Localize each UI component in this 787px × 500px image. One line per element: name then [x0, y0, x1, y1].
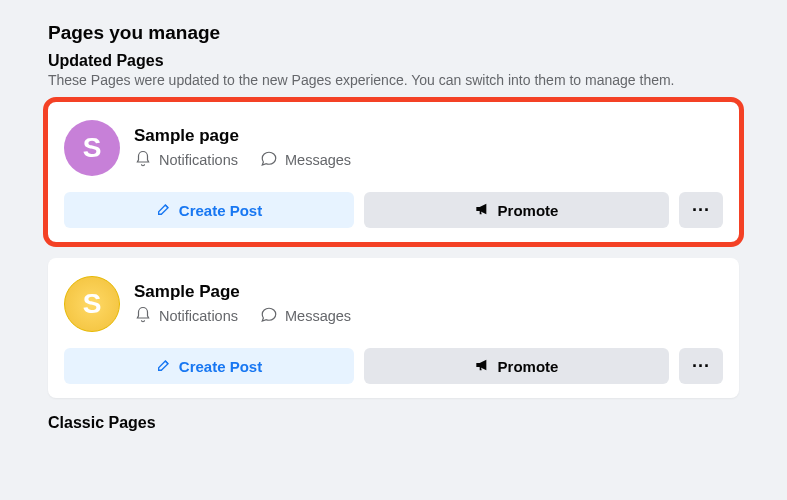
page-card-header: S Sample Page Notifications Messages [64, 276, 723, 332]
messages-link[interactable]: Messages [260, 306, 351, 327]
promote-label: Promote [498, 358, 559, 375]
page-meta-row: Notifications Messages [134, 150, 351, 171]
bell-icon [134, 306, 152, 327]
page-name[interactable]: Sample page [134, 126, 351, 146]
chat-icon [260, 306, 278, 327]
promote-button[interactable]: Promote [364, 192, 669, 228]
create-post-button[interactable]: Create Post [64, 348, 354, 384]
megaphone-icon [475, 202, 491, 219]
promote-label: Promote [498, 202, 559, 219]
create-post-button[interactable]: Create Post [64, 192, 354, 228]
page-meta-row: Notifications Messages [134, 306, 351, 327]
more-button[interactable]: ··· [679, 192, 723, 228]
classic-pages-title: Classic Pages [48, 414, 739, 432]
messages-label: Messages [285, 152, 351, 168]
promote-button[interactable]: Promote [364, 348, 669, 384]
page-actions: Create Post Promote ··· [64, 348, 723, 384]
page-header-text: Sample page Notifications Messages [134, 126, 351, 171]
page-card: S Sample page Notifications Messages [48, 102, 739, 242]
page-card-header: S Sample page Notifications Messages [64, 120, 723, 176]
updated-pages-title: Updated Pages [48, 52, 739, 70]
chat-icon [260, 150, 278, 171]
section-title: Pages you manage [48, 22, 739, 44]
page-actions: Create Post Promote ··· [64, 192, 723, 228]
avatar[interactable]: S [64, 276, 120, 332]
page-name[interactable]: Sample Page [134, 282, 351, 302]
page-header-text: Sample Page Notifications Messages [134, 282, 351, 327]
bell-icon [134, 150, 152, 171]
create-post-label: Create Post [179, 358, 262, 375]
edit-icon [156, 201, 172, 220]
notifications-label: Notifications [159, 152, 238, 168]
messages-label: Messages [285, 308, 351, 324]
create-post-label: Create Post [179, 202, 262, 219]
more-button[interactable]: ··· [679, 348, 723, 384]
megaphone-icon [475, 358, 491, 375]
messages-link[interactable]: Messages [260, 150, 351, 171]
page-card: S Sample Page Notifications Messages [48, 258, 739, 398]
edit-icon [156, 357, 172, 376]
notifications-label: Notifications [159, 308, 238, 324]
avatar[interactable]: S [64, 120, 120, 176]
notifications-link[interactable]: Notifications [134, 150, 238, 171]
notifications-link[interactable]: Notifications [134, 306, 238, 327]
updated-pages-description: These Pages were updated to the new Page… [48, 72, 739, 88]
